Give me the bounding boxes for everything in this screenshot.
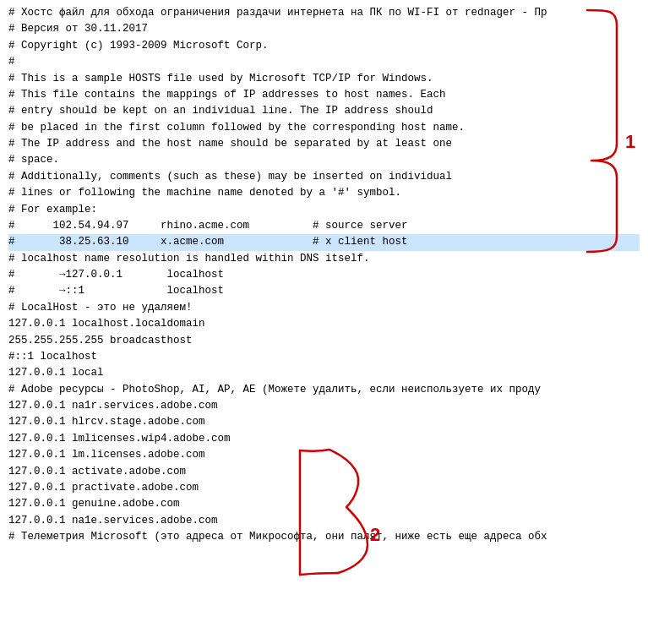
text-line: # space. [8, 152, 640, 168]
text-line: # This file contains the mappings of IP … [8, 87, 640, 103]
text-line: # Copyright (c) 1993-2009 Microsoft Corp… [8, 38, 640, 54]
text-line: 127.0.0.1 na1r.services.adobe.com [8, 398, 640, 414]
text-line: # 102.54.94.97 rhino.acme.com # source s… [8, 218, 640, 234]
text-line: # For example: [8, 202, 640, 218]
text-line: 127.0.0.1 na1e.services.adobe.com [8, 513, 640, 529]
text-line: # LocalHost - это не удаляем! [8, 300, 640, 316]
text-line: # Adobe ресурсы - PhotoShop, AI, AP, AE … [8, 382, 640, 398]
text-line: # lines or following the machine name de… [8, 185, 640, 201]
text-line: # entry should be kept on an individual … [8, 103, 640, 119]
text-line: 127.0.0.1 hlrcv.stage.adobe.com [8, 414, 640, 430]
lines-container: # Хостс файл для обхода ограничения разд… [8, 5, 640, 545]
text-line: 255.255.255.255 broadcasthost [8, 333, 640, 349]
text-line: # Версия от 30.11.2017 [8, 21, 640, 37]
text-line: 127.0.0.1 activate.adobe.com [8, 464, 640, 480]
text-editor-content: # Хостс файл для обхода ограничения разд… [0, 0, 648, 550]
text-line: # →127.0.0.1 localhost [8, 267, 640, 283]
text-line: # This is a sample HOSTS file used by Mi… [8, 71, 640, 87]
text-line: 127.0.0.1 lmlicenses.wip4.adobe.com [8, 431, 640, 447]
text-line: # be placed in the first column followed… [8, 120, 640, 136]
text-line: 127.0.0.1 practivate.adobe.com [8, 480, 640, 496]
text-line: #::1 localhost [8, 349, 640, 365]
text-line: # localhost name resolution is handled w… [8, 251, 640, 267]
text-line: 127.0.0.1 genuine.adobe.com [8, 496, 640, 512]
text-line: # [8, 54, 640, 70]
text-line: 127.0.0.1 localhost.localdomain [8, 316, 640, 332]
text-line: # The IP address and the host name shoul… [8, 136, 640, 152]
text-line: # Additionally, comments (such as these)… [8, 169, 640, 185]
text-line: 127.0.0.1 lm.licenses.adobe.com [8, 447, 640, 463]
text-line: # →::1 localhost [8, 283, 640, 299]
text-line: # Хостс файл для обхода ограничения разд… [8, 5, 640, 21]
text-line: # 38.25.63.10 x.acme.com # x client host [8, 234, 640, 250]
text-line: # Телеметрия Microsoft (это адреса от Ми… [8, 529, 640, 545]
text-line: 127.0.0.1 local [8, 365, 640, 381]
